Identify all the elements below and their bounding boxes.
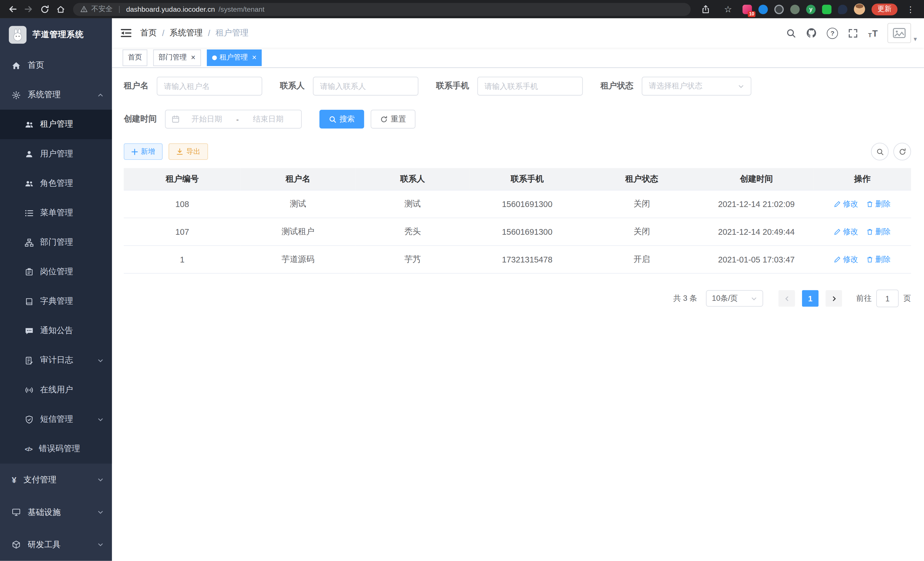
browser-forward-icon[interactable]	[21, 1, 37, 17]
browser-reload-icon[interactable]	[37, 1, 52, 17]
cell-contact: 芋艿	[356, 246, 470, 273]
fullscreen-icon[interactable]	[848, 28, 858, 38]
navbar-right: ? TT ▾	[786, 23, 924, 43]
sidebar-item-notice[interactable]: 通知公告	[0, 316, 112, 346]
jump-page-input[interactable]	[876, 290, 898, 307]
date-range-picker[interactable]: 开始日期 - 结束日期	[165, 110, 302, 129]
sidebar-item-menu[interactable]: 菜单管理	[0, 198, 112, 228]
prev-page-button[interactable]	[778, 290, 795, 307]
app: 芋道管理系统 首页 系统管理	[0, 18, 924, 561]
sidebar-item-tenant[interactable]: 租户管理	[0, 110, 112, 139]
sidebar-item-label: 租户管理	[40, 119, 104, 130]
badge-icon	[25, 267, 34, 276]
date-end-placeholder: 结束日期	[241, 114, 295, 124]
app-title: 芋道管理系统	[32, 29, 83, 40]
cell-created: 2021-12-14 20:49:44	[699, 218, 814, 246]
table-row: 107 测试租户 秃头 15601691300 关闭 2021-12-14 20…	[124, 218, 911, 246]
font-size-icon[interactable]: TT	[868, 28, 878, 38]
address-bar[interactable]: 不安全 dashboard.yudao.iocoder.cn/system/te…	[73, 3, 691, 15]
edit-button[interactable]: 修改	[834, 199, 858, 209]
sidebar-item-label: 角色管理	[40, 178, 104, 189]
plus-icon	[131, 148, 138, 155]
edit-button[interactable]: 修改	[834, 226, 858, 237]
tab-home[interactable]: 首页	[123, 49, 147, 66]
sidebar-item-error-code[interactable]: </> 错误码管理	[0, 434, 112, 463]
tab-dept[interactable]: 部门管理 ×	[153, 49, 201, 66]
chevron-down-icon	[97, 541, 104, 548]
breadcrumb-home[interactable]: 首页	[140, 28, 157, 38]
sidebar-item-system[interactable]: 系统管理	[0, 80, 112, 110]
extension-icon-1[interactable]: 10	[742, 4, 752, 14]
close-icon[interactable]: ×	[191, 54, 195, 62]
breadcrumb-system[interactable]: 系统管理	[170, 28, 203, 38]
security-label[interactable]: 不安全	[92, 4, 112, 14]
reset-button[interactable]: 重置	[370, 110, 416, 129]
tab-tenant[interactable]: 租户管理 ×	[207, 49, 262, 66]
sidebar-item-infrastructure[interactable]: 基础设施	[0, 496, 112, 528]
extension-icon-2[interactable]	[758, 4, 768, 14]
book-icon	[25, 297, 34, 306]
sidebar-item-sms[interactable]: 短信管理	[0, 405, 112, 434]
user-avatar-dropdown[interactable]: ▾	[888, 23, 917, 43]
edit-button[interactable]: 修改	[834, 254, 858, 265]
sidebar-item-online-users[interactable]: 在线用户	[0, 375, 112, 405]
users-icon	[25, 120, 34, 129]
export-button[interactable]: 导出	[169, 143, 208, 160]
help-icon[interactable]: ?	[827, 27, 838, 39]
col-operations: 操作	[814, 168, 911, 190]
toggle-search-button[interactable]	[871, 143, 889, 160]
status-select[interactable]: 请选择租户状态	[642, 77, 752, 96]
delete-button[interactable]: 删除	[867, 254, 891, 265]
sidebar-item-dept[interactable]: 部门管理	[0, 228, 112, 257]
extension-icon-3[interactable]	[774, 4, 784, 14]
contact-input[interactable]	[313, 77, 418, 96]
extension-icon-6[interactable]	[822, 4, 831, 14]
extension-icon-5[interactable]: y	[806, 4, 816, 14]
table-header-row: 租户编号 租户名 联系人 联系手机 租户状态 创建时间 操作	[124, 168, 911, 190]
breadcrumb-separator: /	[208, 28, 210, 38]
extension-icon-7[interactable]	[838, 4, 848, 14]
chrome-update-button[interactable]: 更新	[872, 3, 897, 15]
sidebar-item-dev-tools[interactable]: 研发工具	[0, 528, 112, 561]
trash-icon	[867, 256, 874, 263]
header-search-icon[interactable]	[786, 28, 796, 38]
sidebar-item-post[interactable]: 岗位管理	[0, 257, 112, 287]
github-icon[interactable]	[806, 28, 817, 38]
browser-back-icon[interactable]	[5, 1, 21, 17]
extension-icon-4[interactable]	[790, 4, 800, 14]
close-icon[interactable]: ×	[252, 54, 256, 62]
search-button[interactable]: 搜索	[320, 110, 364, 129]
sidebar-item-role[interactable]: 角色管理	[0, 169, 112, 198]
hamburger-icon[interactable]	[112, 18, 140, 48]
delete-button[interactable]: 删除	[867, 199, 891, 209]
bookmark-star-icon[interactable]: ☆	[720, 1, 736, 17]
edit-icon	[834, 228, 841, 235]
sidebar-item-audit-log[interactable]: 审计日志	[0, 346, 112, 375]
phone-input[interactable]	[477, 77, 583, 96]
browser-profile-avatar[interactable]	[854, 3, 865, 15]
share-icon[interactable]	[698, 1, 714, 17]
sidebar-logo[interactable]: 芋道管理系统	[0, 18, 112, 51]
page-size-select[interactable]: 10条/页	[706, 290, 763, 307]
shield-icon	[25, 415, 34, 424]
add-button[interactable]: 新增	[124, 143, 163, 160]
refresh-table-button[interactable]	[893, 143, 911, 160]
filter-row-2: 创建时间 开始日期 - 结束日期	[124, 110, 911, 129]
sidebar-item-label: 首页	[28, 60, 104, 71]
browser-menu-icon[interactable]: ⋮	[904, 4, 917, 14]
org-tree-icon	[25, 238, 34, 247]
cell-name: 测试租户	[241, 218, 355, 246]
sidebar-item-dict[interactable]: 字典管理	[0, 287, 112, 316]
browser-home-icon[interactable]	[52, 1, 69, 17]
tenant-name-input[interactable]	[157, 77, 262, 96]
sidebar-item-label: 支付管理	[23, 474, 90, 485]
date-start-placeholder: 开始日期	[180, 114, 234, 124]
sidebar-item-home[interactable]: 首页	[0, 51, 112, 80]
next-page-button[interactable]	[826, 290, 842, 307]
sidebar-item-user[interactable]: 用户管理	[0, 139, 112, 169]
delete-button[interactable]: 删除	[867, 226, 891, 237]
sidebar-item-payment[interactable]: ¥ 支付管理	[0, 463, 112, 496]
tab-label: 部门管理	[159, 53, 187, 63]
security-warning-icon	[80, 5, 88, 13]
page-1-button[interactable]: 1	[802, 290, 819, 307]
